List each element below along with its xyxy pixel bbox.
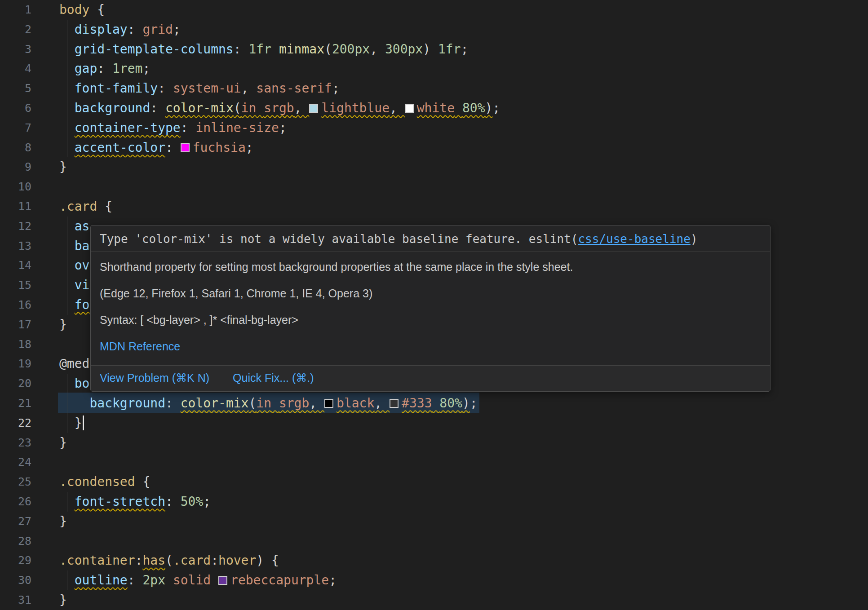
line-number[interactable]: 11 — [0, 197, 31, 217]
code-line[interactable]: 4 gap: 1rem; — [0, 59, 868, 79]
code-line[interactable]: 26 font-stretch: 50%; — [0, 492, 868, 512]
code-line[interactable]: 7 container-type: inline-size; — [0, 118, 868, 138]
code-text[interactable]: font-stretch: 50%; — [31, 492, 868, 512]
line-number[interactable]: 15 — [0, 275, 31, 295]
line-number[interactable]: 22 — [0, 413, 31, 433]
code-line[interactable]: 2 display: grid; — [0, 20, 868, 40]
code-line[interactable]: 25.condensed { — [0, 472, 868, 492]
code-line[interactable]: 21 background: color-mix(in srgb, black,… — [0, 393, 868, 413]
code-line[interactable]: 31} — [0, 590, 868, 610]
code-line[interactable]: 1body { — [0, 0, 868, 20]
diagnostic-message: Type 'color-mix' is not a widely availab… — [100, 231, 761, 247]
line-number[interactable]: 25 — [0, 472, 31, 492]
line-number[interactable]: 26 — [0, 492, 31, 512]
code-line[interactable]: 30 outline: 2px solid rebeccapurple; — [0, 570, 868, 590]
line-number[interactable]: 21 — [0, 393, 31, 413]
code-token: fuchsia — [193, 140, 246, 155]
code-line[interactable]: 3 grid-template-columns: 1fr minmax(200p… — [0, 40, 868, 59]
code-token: : — [165, 396, 181, 411]
color-swatch[interactable] — [324, 399, 333, 408]
line-number[interactable]: 19 — [0, 354, 31, 374]
line-number[interactable]: 28 — [0, 531, 31, 551]
code-text[interactable]: display: grid; — [31, 20, 868, 40]
code-text[interactable]: } — [31, 157, 868, 177]
line-number[interactable]: 3 — [0, 40, 31, 59]
code-text[interactable]: accent-color: fuchsia; — [31, 138, 868, 158]
line-number[interactable]: 12 — [0, 217, 31, 236]
code-line[interactable]: 23} — [0, 433, 868, 453]
code-line[interactable]: 28 — [0, 531, 868, 551]
line-number[interactable]: 23 — [0, 433, 31, 453]
code-text[interactable] — [31, 452, 868, 472]
line-number[interactable]: 18 — [0, 335, 31, 354]
line-number[interactable]: 5 — [0, 79, 31, 98]
code-line[interactable]: 10 — [0, 177, 868, 197]
code-text[interactable]: .card { — [31, 197, 868, 217]
code-text[interactable] — [31, 531, 868, 551]
code-editor: 1body {2 display: grid;3 grid-template-c… — [0, 0, 868, 610]
quick-fix-action[interactable]: Quick Fix... (⌘.) — [233, 371, 314, 385]
code-text[interactable]: grid-template-columns: 1fr minmax(200px,… — [31, 40, 868, 59]
code-text[interactable] — [31, 177, 868, 197]
line-number[interactable]: 29 — [0, 551, 31, 570]
code-text[interactable]: font-family: system-ui, sans-serif; — [31, 79, 868, 98]
color-swatch[interactable] — [181, 143, 190, 152]
code-line[interactable]: 24 — [0, 452, 868, 472]
mdn-reference-link[interactable]: MDN Reference — [100, 340, 180, 353]
line-number[interactable]: 24 — [0, 452, 31, 472]
code-text[interactable]: } — [31, 413, 868, 433]
code-text[interactable]: } — [31, 433, 868, 453]
code-line[interactable]: 5 font-family: system-ui, sans-serif; — [0, 79, 868, 98]
line-number[interactable]: 6 — [0, 98, 31, 118]
view-problem-action[interactable]: View Problem (⌘K N) — [100, 371, 209, 385]
line-number[interactable]: 10 — [0, 177, 31, 197]
line-number[interactable]: 9 — [0, 157, 31, 177]
code-token: ; — [492, 101, 500, 115]
code-line[interactable]: 22 } — [0, 413, 868, 433]
code-text[interactable]: gap: 1rem; — [31, 59, 868, 79]
code-line[interactable]: 6 background: color-mix(in srgb, lightbl… — [0, 98, 868, 118]
line-number[interactable]: 20 — [0, 374, 31, 393]
code-text[interactable]: } — [31, 590, 868, 610]
line-number[interactable]: 27 — [0, 512, 31, 531]
code-token: , — [374, 396, 390, 411]
indent-guide — [67, 118, 67, 138]
code-text[interactable]: body { — [31, 0, 868, 20]
line-number[interactable]: 17 — [0, 315, 31, 335]
code-token — [455, 101, 462, 115]
line-number[interactable]: 13 — [0, 236, 31, 256]
line-number[interactable]: 31 — [0, 590, 31, 610]
color-swatch[interactable] — [390, 399, 399, 408]
indent-guide — [67, 570, 67, 590]
code-text[interactable]: container-type: inline-size; — [31, 118, 868, 138]
indent-guide — [67, 20, 67, 40]
line-number[interactable]: 7 — [0, 118, 31, 138]
code-line[interactable]: 8 accent-color: fuchsia; — [0, 138, 868, 158]
color-swatch[interactable] — [218, 576, 227, 585]
line-number[interactable]: 8 — [0, 138, 31, 158]
code-line[interactable]: 27} — [0, 512, 868, 531]
line-number[interactable]: 2 — [0, 20, 31, 40]
code-token: display — [75, 22, 128, 37]
code-text[interactable]: .condensed { — [31, 472, 868, 492]
line-number[interactable]: 16 — [0, 295, 31, 315]
code-line[interactable]: 9} — [0, 157, 868, 177]
line-number[interactable]: 1 — [0, 0, 31, 20]
indent-guide — [67, 275, 67, 295]
code-line[interactable]: 11.card { — [0, 197, 868, 217]
code-text[interactable]: background: color-mix(in srgb, lightblue… — [31, 98, 868, 118]
line-number[interactable]: 4 — [0, 59, 31, 79]
line-number[interactable]: 14 — [0, 256, 31, 275]
code-text[interactable]: background: color-mix(in srgb, black, #3… — [31, 393, 868, 413]
code-token: , — [309, 396, 324, 411]
color-swatch[interactable] — [405, 104, 414, 113]
line-number[interactable]: 30 — [0, 570, 31, 590]
code-text[interactable]: } — [31, 512, 868, 531]
code-line[interactable]: 29.container:has(.card:hover) { — [0, 551, 868, 570]
color-swatch[interactable] — [309, 104, 318, 113]
code-text[interactable]: .container:has(.card:hover) { — [31, 551, 868, 570]
code-token: : — [165, 140, 181, 155]
code-text[interactable]: outline: 2px solid rebeccapurple; — [31, 570, 868, 590]
tooltip-status-bar: View Problem (⌘K N) Quick Fix... (⌘.) — [91, 365, 770, 391]
eslint-rule-link[interactable]: css/use-baseline — [578, 232, 690, 246]
